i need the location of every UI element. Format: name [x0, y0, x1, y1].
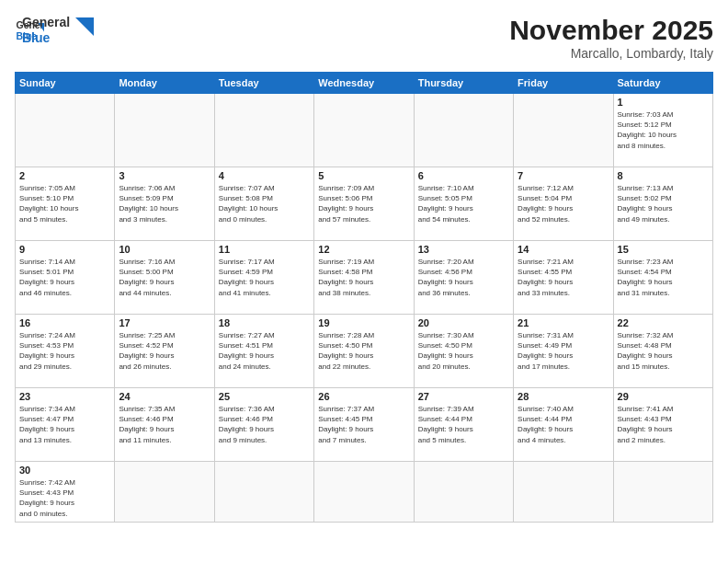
- calendar-cell: 7Sunrise: 7:12 AM Sunset: 5:04 PM Daylig…: [514, 167, 613, 241]
- location: Marcallo, Lombardy, Italy: [509, 46, 713, 61]
- day-info: Sunrise: 7:13 AM Sunset: 5:02 PM Dayligh…: [618, 183, 709, 224]
- calendar-cell: 8Sunrise: 7:13 AM Sunset: 5:02 PM Daylig…: [613, 167, 712, 241]
- calendar-cell: 4Sunrise: 7:07 AM Sunset: 5:08 PM Daylig…: [214, 167, 313, 241]
- day-number: 1: [618, 97, 709, 108]
- month-title: November 2025: [509, 15, 713, 46]
- calendar-cell: 29Sunrise: 7:41 AM Sunset: 4:43 PM Dayli…: [613, 388, 712, 462]
- calendar-cell: 9Sunrise: 7:14 AM Sunset: 5:01 PM Daylig…: [16, 241, 115, 315]
- day-number: 17: [119, 317, 210, 328]
- calendar-cell: [314, 94, 414, 167]
- day-info: Sunrise: 7:24 AM Sunset: 4:53 PM Dayligh…: [19, 330, 110, 372]
- logo-general-text: General: [22, 15, 70, 30]
- weekday-header-thursday: Thursday: [414, 73, 513, 94]
- day-number: 14: [518, 244, 609, 255]
- day-number: 5: [318, 170, 409, 181]
- day-info: Sunrise: 7:28 AM Sunset: 4:50 PM Dayligh…: [318, 330, 409, 372]
- weekday-header-wednesday: Wednesday: [314, 73, 414, 94]
- day-info: Sunrise: 7:05 AM Sunset: 5:10 PM Dayligh…: [19, 183, 110, 224]
- day-info: Sunrise: 7:27 AM Sunset: 4:51 PM Dayligh…: [219, 330, 310, 372]
- calendar-cell: 18Sunrise: 7:27 AM Sunset: 4:51 PM Dayli…: [214, 315, 313, 388]
- day-info: Sunrise: 7:35 AM Sunset: 4:46 PM Dayligh…: [119, 404, 210, 445]
- calendar-week-row: 9Sunrise: 7:14 AM Sunset: 5:01 PM Daylig…: [16, 241, 713, 315]
- calendar-cell: [214, 462, 313, 523]
- day-info: Sunrise: 7:36 AM Sunset: 4:46 PM Dayligh…: [219, 404, 310, 445]
- day-info: Sunrise: 7:20 AM Sunset: 4:56 PM Dayligh…: [418, 257, 509, 298]
- calendar-cell: 27Sunrise: 7:39 AM Sunset: 4:44 PM Dayli…: [414, 388, 513, 462]
- day-number: 19: [318, 317, 409, 328]
- calendar-cell: 22Sunrise: 7:32 AM Sunset: 4:48 PM Dayli…: [613, 315, 712, 388]
- day-info: Sunrise: 7:17 AM Sunset: 4:59 PM Dayligh…: [219, 257, 310, 298]
- day-number: 20: [418, 317, 509, 328]
- day-info: Sunrise: 7:31 AM Sunset: 4:49 PM Dayligh…: [518, 330, 609, 372]
- day-number: 21: [518, 317, 609, 328]
- day-number: 9: [19, 244, 110, 255]
- day-number: 4: [219, 170, 310, 181]
- day-number: 26: [318, 391, 409, 402]
- calendar-cell: 19Sunrise: 7:28 AM Sunset: 4:50 PM Dayli…: [314, 315, 414, 388]
- calendar-cell: 5Sunrise: 7:09 AM Sunset: 5:06 PM Daylig…: [314, 167, 414, 241]
- day-info: Sunrise: 7:23 AM Sunset: 4:54 PM Dayligh…: [618, 257, 709, 298]
- calendar-week-row: 16Sunrise: 7:24 AM Sunset: 4:53 PM Dayli…: [16, 315, 713, 388]
- day-info: Sunrise: 7:10 AM Sunset: 5:05 PM Dayligh…: [418, 183, 509, 224]
- day-number: 12: [318, 244, 409, 255]
- day-number: 16: [19, 317, 110, 328]
- day-info: Sunrise: 7:39 AM Sunset: 4:44 PM Dayligh…: [418, 404, 509, 445]
- calendar-cell: 6Sunrise: 7:10 AM Sunset: 5:05 PM Daylig…: [414, 167, 513, 241]
- weekday-header-friday: Friday: [514, 73, 613, 94]
- day-info: Sunrise: 7:16 AM Sunset: 5:00 PM Dayligh…: [119, 257, 210, 298]
- day-number: 18: [219, 317, 310, 328]
- calendar-cell: [414, 462, 513, 523]
- calendar-week-row: 23Sunrise: 7:34 AM Sunset: 4:47 PM Dayli…: [16, 388, 713, 462]
- day-info: Sunrise: 7:21 AM Sunset: 4:55 PM Dayligh…: [518, 257, 609, 298]
- calendar-cell: 23Sunrise: 7:34 AM Sunset: 4:47 PM Dayli…: [16, 388, 115, 462]
- calendar-cell: [16, 94, 115, 167]
- day-info: Sunrise: 7:07 AM Sunset: 5:08 PM Dayligh…: [219, 183, 310, 224]
- day-info: Sunrise: 7:37 AM Sunset: 4:45 PM Dayligh…: [318, 404, 409, 445]
- calendar-cell: 1Sunrise: 7:03 AM Sunset: 5:12 PM Daylig…: [613, 94, 712, 167]
- day-number: 7: [518, 170, 609, 181]
- calendar-cell: 24Sunrise: 7:35 AM Sunset: 4:46 PM Dayli…: [115, 388, 214, 462]
- day-info: Sunrise: 7:32 AM Sunset: 4:48 PM Dayligh…: [618, 330, 709, 372]
- calendar-cell: 12Sunrise: 7:19 AM Sunset: 4:58 PM Dayli…: [314, 241, 414, 315]
- calendar-cell: 21Sunrise: 7:31 AM Sunset: 4:49 PM Dayli…: [514, 315, 613, 388]
- calendar-cell: 14Sunrise: 7:21 AM Sunset: 4:55 PM Dayli…: [514, 241, 613, 315]
- calendar-table: SundayMondayTuesdayWednesdayThursdayFrid…: [15, 72, 713, 523]
- day-number: 10: [119, 244, 210, 255]
- calendar-cell: 30Sunrise: 7:42 AM Sunset: 4:43 PM Dayli…: [16, 462, 115, 523]
- day-number: 30: [19, 465, 110, 476]
- day-number: 25: [219, 391, 310, 402]
- weekday-header-sunday: Sunday: [16, 73, 115, 94]
- day-number: 28: [518, 391, 609, 402]
- weekday-header-monday: Monday: [115, 73, 214, 94]
- day-info: Sunrise: 7:30 AM Sunset: 4:50 PM Dayligh…: [418, 330, 509, 372]
- day-number: 24: [119, 391, 210, 402]
- day-info: Sunrise: 7:25 AM Sunset: 4:52 PM Dayligh…: [119, 330, 210, 372]
- logo-blue-text: Blue: [22, 30, 70, 46]
- day-info: Sunrise: 7:14 AM Sunset: 5:01 PM Dayligh…: [19, 257, 110, 298]
- day-info: Sunrise: 7:19 AM Sunset: 4:58 PM Dayligh…: [318, 257, 409, 298]
- calendar-cell: [115, 462, 214, 523]
- calendar-cell: 26Sunrise: 7:37 AM Sunset: 4:45 PM Dayli…: [314, 388, 414, 462]
- weekday-header-saturday: Saturday: [613, 73, 712, 94]
- calendar-cell: 10Sunrise: 7:16 AM Sunset: 5:00 PM Dayli…: [115, 241, 214, 315]
- calendar-cell: 25Sunrise: 7:36 AM Sunset: 4:46 PM Dayli…: [214, 388, 313, 462]
- day-number: 15: [618, 244, 709, 255]
- day-number: 11: [219, 244, 310, 255]
- day-number: 8: [618, 170, 709, 181]
- day-number: 6: [418, 170, 509, 181]
- calendar-cell: 3Sunrise: 7:06 AM Sunset: 5:09 PM Daylig…: [115, 167, 214, 241]
- title-block: November 2025 Marcallo, Lombardy, Italy: [509, 15, 713, 61]
- calendar-cell: 20Sunrise: 7:30 AM Sunset: 4:50 PM Dayli…: [414, 315, 513, 388]
- calendar-cell: [414, 94, 513, 167]
- calendar-week-row: 2Sunrise: 7:05 AM Sunset: 5:10 PM Daylig…: [16, 167, 713, 241]
- calendar-cell: 28Sunrise: 7:40 AM Sunset: 4:44 PM Dayli…: [514, 388, 613, 462]
- calendar-cell: 15Sunrise: 7:23 AM Sunset: 4:54 PM Dayli…: [613, 241, 712, 315]
- calendar-week-row: 30Sunrise: 7:42 AM Sunset: 4:43 PM Dayli…: [16, 462, 713, 523]
- calendar-header-row: SundayMondayTuesdayWednesdayThursdayFrid…: [16, 73, 713, 94]
- calendar-cell: [214, 94, 313, 167]
- page-header: General Blue General Blue November 2025 …: [15, 15, 713, 61]
- calendar-cell: [115, 94, 214, 167]
- day-info: Sunrise: 7:41 AM Sunset: 4:43 PM Dayligh…: [618, 404, 709, 445]
- day-info: Sunrise: 7:42 AM Sunset: 4:43 PM Dayligh…: [19, 477, 110, 519]
- day-number: 27: [418, 391, 509, 402]
